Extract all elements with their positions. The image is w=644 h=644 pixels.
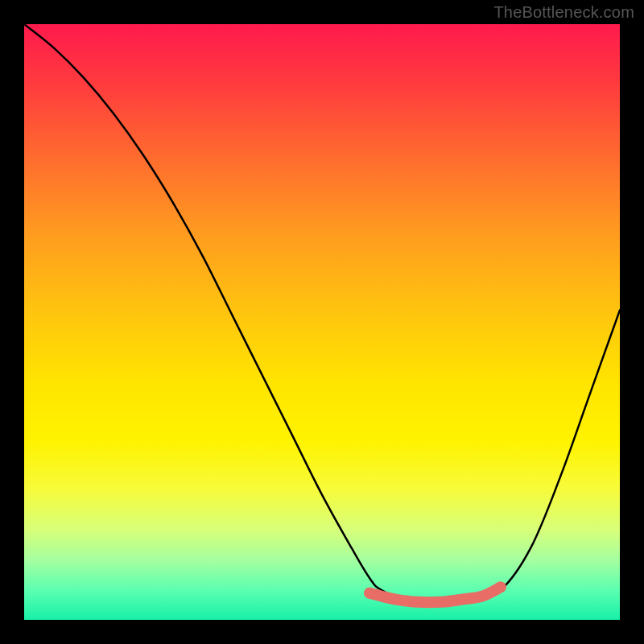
bottleneck-curve [24,24,620,603]
optimal-range-highlight [369,587,501,602]
chart-svg [24,24,620,620]
attribution-text: TheBottleneck.com [493,3,634,22]
optimal-range-dot [364,588,375,599]
chart-frame [24,24,620,620]
